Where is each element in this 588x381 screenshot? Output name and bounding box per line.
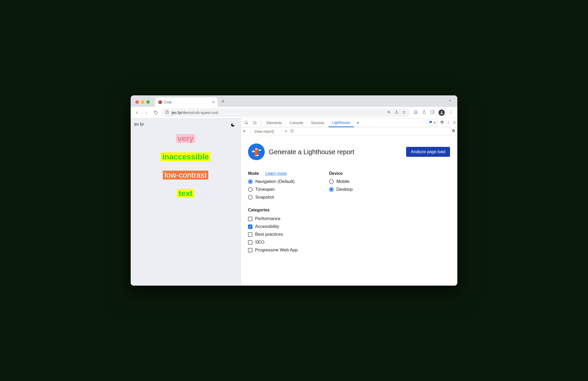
svg-point-2 xyxy=(441,111,442,113)
dropdown-caret-icon: ▼ xyxy=(285,130,287,133)
labs-icon[interactable] xyxy=(422,110,426,116)
category-option[interactable]: Accessibility xyxy=(248,224,298,229)
category-option[interactable]: Progressive Web App xyxy=(248,247,298,253)
checkbox-icon xyxy=(248,240,252,245)
svg-point-5 xyxy=(451,113,451,114)
demo-word-2: inaccessible xyxy=(161,152,210,161)
devtools-panel: Elements Console Sources Lighthouse 4 × xyxy=(240,118,457,286)
demo-word-1: very xyxy=(176,134,195,143)
lock-icon xyxy=(165,110,169,115)
tab-close-icon[interactable]: × xyxy=(212,100,215,105)
device-label: Device xyxy=(329,171,353,176)
profile-avatar-icon[interactable] xyxy=(439,109,445,116)
browser-toolbar: jec.fyi/demo/cds-quest-cvd xyxy=(131,107,457,118)
mode-option[interactable]: Navigation (Default) xyxy=(248,179,298,184)
browser-tab[interactable]: CVD × xyxy=(155,97,218,107)
dark-mode-toggle[interactable] xyxy=(229,121,237,129)
svg-rect-16 xyxy=(255,148,258,150)
svg-point-11 xyxy=(448,123,449,124)
mode-label: Snapshot xyxy=(255,195,274,200)
tabs-menu-button[interactable] xyxy=(445,99,455,107)
analyze-page-load-button[interactable]: Analyze page load xyxy=(406,147,450,157)
svg-rect-8 xyxy=(255,122,256,124)
lighthouse-subbar: + (new report) ▼ xyxy=(241,127,457,136)
window-close-icon[interactable] xyxy=(135,100,139,104)
radio-icon xyxy=(248,179,253,184)
mode-label: Timespan xyxy=(255,187,275,192)
tab-favicon-icon xyxy=(158,100,162,104)
svg-point-9 xyxy=(448,121,449,122)
mode-label: Navigation (Default) xyxy=(255,179,295,184)
svg-point-4 xyxy=(451,112,451,112)
browser-tab-bar: CVD × + xyxy=(131,95,457,107)
window-zoom-icon[interactable] xyxy=(146,100,150,104)
category-label: Performance xyxy=(255,216,280,221)
category-label: Progressive Web App xyxy=(255,247,298,253)
category-label: SEO xyxy=(255,240,264,245)
categories-label: Categories xyxy=(248,208,298,212)
devtools-tab-sources[interactable]: Sources xyxy=(307,118,328,127)
devtools-menu-icon[interactable] xyxy=(446,120,450,125)
report-selector[interactable]: (new report) ▼ xyxy=(255,129,287,134)
extensions-icon[interactable] xyxy=(413,110,418,116)
forward-button[interactable] xyxy=(143,109,150,116)
category-option[interactable]: Performance xyxy=(248,216,298,221)
window-minimize-icon[interactable] xyxy=(141,100,144,104)
browser-menu-icon[interactable] xyxy=(448,110,453,116)
svg-point-10 xyxy=(448,122,449,123)
devtools-close-icon[interactable]: × xyxy=(453,120,456,125)
reload-button[interactable] xyxy=(152,109,159,116)
url-text: jec.fyi/demo/cds-quest-cvd xyxy=(172,110,218,115)
new-report-button[interactable]: + xyxy=(243,128,246,134)
radio-icon xyxy=(329,179,334,184)
device-label: Mobile xyxy=(336,179,349,184)
category-option[interactable]: Best practices xyxy=(248,232,298,237)
zoom-icon[interactable] xyxy=(387,110,391,115)
inspect-element-icon[interactable] xyxy=(242,119,250,127)
devtools-tab-lighthouse[interactable]: Lighthouse xyxy=(328,118,354,127)
svg-point-15 xyxy=(258,149,261,151)
demo-word-3: low-contrast xyxy=(163,171,208,180)
new-tab-button[interactable]: + xyxy=(218,98,228,107)
device-toolbar-icon[interactable] xyxy=(251,119,258,127)
sidepanel-icon[interactable] xyxy=(430,110,435,116)
device-label: Desktop xyxy=(336,187,353,192)
address-bar[interactable]: jec.fyi/demo/cds-quest-cvd xyxy=(162,108,410,117)
svg-rect-1 xyxy=(431,111,434,114)
mode-option[interactable]: Timespan xyxy=(248,187,298,192)
device-option[interactable]: Desktop xyxy=(329,187,353,192)
device-option[interactable]: Mobile xyxy=(329,179,353,184)
devtools-settings-icon[interactable] xyxy=(440,120,444,125)
devtools-tabbar: Elements Console Sources Lighthouse 4 × xyxy=(241,118,457,127)
devtools-tab-console[interactable]: Console xyxy=(286,118,307,127)
devtools-tab-elements[interactable]: Elements xyxy=(263,118,285,127)
lighthouse-settings-icon[interactable] xyxy=(451,130,455,134)
checkbox-icon xyxy=(248,217,252,221)
share-icon[interactable] xyxy=(395,110,399,115)
learn-more-link[interactable]: Learn more xyxy=(265,171,287,176)
demo-word-4: text xyxy=(177,189,194,198)
devtools-more-tabs-icon[interactable] xyxy=(354,119,362,127)
svg-point-3 xyxy=(451,110,451,111)
category-option[interactable]: SEO xyxy=(248,240,298,245)
mode-option[interactable]: Snapshot xyxy=(248,195,298,200)
category-label: Best practices xyxy=(255,232,283,237)
bookmark-star-icon[interactable] xyxy=(402,110,406,115)
radio-icon xyxy=(248,195,253,200)
checkbox-icon xyxy=(248,232,252,237)
content-area: jec.fyi very inaccessible low-contrast t… xyxy=(131,118,457,286)
issues-icon xyxy=(429,120,433,125)
browser-window: CVD × + jec.fyi/demo/cds-quest-cvd xyxy=(131,95,457,286)
page-viewport: jec.fyi very inaccessible low-contrast t… xyxy=(131,118,240,286)
window-controls xyxy=(133,100,152,107)
lighthouse-panel: Generate a Lighthouse report Analyze pag… xyxy=(241,136,457,268)
lighthouse-title: Generate a Lighthouse report xyxy=(269,148,400,156)
devtools-issues-badge[interactable]: 4 xyxy=(427,120,437,126)
clear-icon[interactable] xyxy=(290,129,294,134)
checkbox-icon xyxy=(248,248,252,252)
svg-point-14 xyxy=(252,151,255,152)
tab-title: CVD xyxy=(164,100,171,104)
back-button[interactable] xyxy=(133,109,141,116)
category-label: Accessibility xyxy=(255,224,279,229)
issues-count: 4 xyxy=(434,121,435,125)
